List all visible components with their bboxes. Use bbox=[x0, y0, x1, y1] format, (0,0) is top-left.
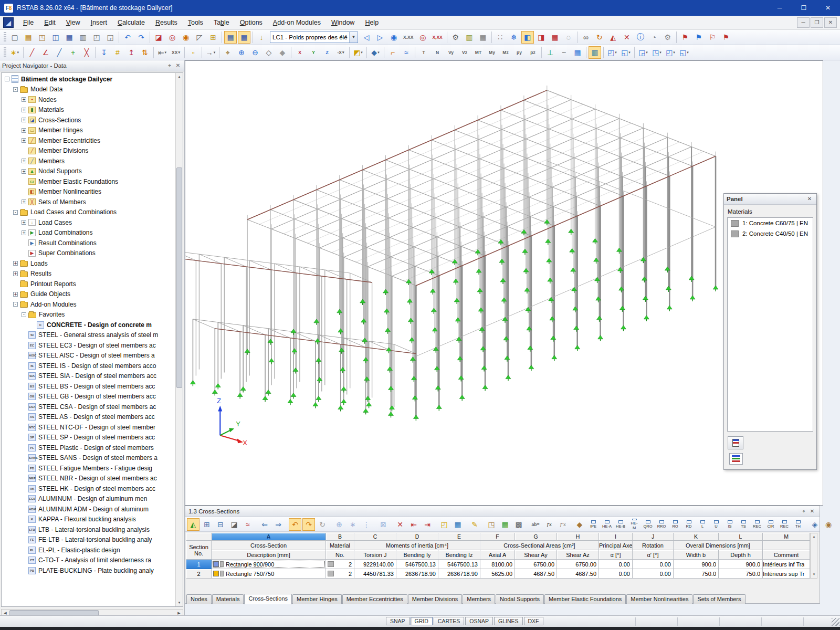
tree-item-crosssections[interactable]: +◪Cross-Sections bbox=[2, 115, 175, 125]
table-edit-line-button[interactable]: ◪ bbox=[228, 518, 240, 531]
tree-item-member[interactable]: +▭Member Hinges bbox=[2, 125, 175, 136]
show-results-button[interactable]: ◎ bbox=[416, 31, 429, 44]
value-cell[interactable]: 0.00 bbox=[599, 569, 633, 579]
close-icon[interactable]: ✕ bbox=[805, 195, 814, 203]
column-letter-K[interactable]: K bbox=[674, 533, 719, 541]
tree-item-steel[interactable]: HKSTEEL HK - Design of steel members acc bbox=[2, 484, 175, 494]
table-section-cir-button[interactable]: CIR bbox=[764, 518, 777, 531]
next-load-case-button[interactable]: ▷ bbox=[374, 31, 386, 44]
calc-all-button[interactable]: ▦ bbox=[477, 31, 489, 44]
zoom-region-button[interactable]: ◎ bbox=[166, 31, 178, 44]
tree-item-ctot[interactable]: CTC-TO-T - Analysis of limit slenderness… bbox=[2, 555, 175, 566]
dimension-button[interactable]: ⇤▾ bbox=[156, 46, 169, 59]
table-tab-sets-of-members[interactable]: Sets of Members bbox=[693, 594, 745, 604]
tree-item-btiment[interactable]: -Bâtiment de stockage Dailycer bbox=[2, 74, 175, 85]
table-statistics-button[interactable]: ≈ bbox=[242, 518, 254, 531]
material-cell[interactable]: 2 bbox=[326, 560, 354, 569]
column-letter-F[interactable]: F bbox=[480, 533, 515, 541]
tree-item-steel[interactable]: StSTEEL - General stress analysis of ste… bbox=[2, 330, 175, 341]
load-case-dropdown[interactable]: LC1 - Poids propres des élé▼ bbox=[270, 32, 358, 43]
axes-label-button[interactable]: T bbox=[417, 46, 430, 59]
table-tab-materials[interactable]: Materials bbox=[212, 594, 244, 604]
table-section-ipe-button[interactable]: IPE bbox=[587, 518, 600, 531]
comment-cell[interactable]: Intérieurs inf Tra bbox=[763, 560, 810, 569]
show-load-values-button[interactable]: X.XX bbox=[401, 31, 415, 44]
tree-item-aluminum[interactable]: ADMALUMINUM ADM - Design of aluminum bbox=[2, 504, 175, 514]
tree-item-printout[interactable]: Printout Reports bbox=[2, 279, 175, 289]
material-legend-item[interactable]: 1: Concrete C60/75 | EN bbox=[728, 218, 813, 228]
table-apply-ok-button[interactable]: ◭ bbox=[187, 518, 200, 531]
tree-item-super[interactable]: ▶Super Combinations bbox=[2, 248, 175, 259]
select-special-button[interactable]: ⌖ bbox=[222, 46, 234, 59]
table-section-rec-2-button[interactable]: REC bbox=[778, 518, 791, 531]
tree-item-member[interactable]: ◧Member Nonlinearities bbox=[2, 187, 175, 197]
status-toggle-cartes[interactable]: CARTES bbox=[434, 617, 464, 625]
tree-item-model[interactable]: -Model Data bbox=[2, 85, 175, 95]
generate-loads-4-button[interactable]: ⚑ bbox=[720, 31, 732, 44]
generate-loads-3-button[interactable]: ⚐ bbox=[706, 31, 719, 44]
column-letter-L[interactable]: L bbox=[719, 533, 763, 541]
tree-item-loads[interactable]: +Loads bbox=[2, 258, 175, 269]
tree-item-aluminum[interactable]: EC9ALUMINUM - Design of aluminum men bbox=[2, 494, 175, 505]
table-section-ts-button[interactable]: TS bbox=[737, 518, 750, 531]
table-section-library-button[interactable]: ◆ bbox=[573, 518, 586, 531]
undo-button[interactable]: ↶ bbox=[121, 31, 134, 44]
zoom-full-button[interactable]: ◉ bbox=[180, 31, 192, 44]
view-minus-x-button[interactable]: -X▾ bbox=[334, 46, 347, 59]
tree-item-load[interactable]: +↓Load Cases bbox=[2, 217, 175, 228]
table-function-fx-prime-button[interactable]: ƒ'x bbox=[556, 518, 569, 531]
status-toggle-grid[interactable]: GRID bbox=[411, 617, 433, 625]
tree-item-steel[interactable]: FDSTEEL Fatigue Members - Fatigue desig bbox=[2, 463, 175, 474]
view-z-button[interactable]: Z bbox=[321, 46, 333, 59]
description-cell[interactable]: Rectangle 750/750 bbox=[212, 569, 326, 579]
tree-item-ltb[interactable]: LTBLTB - Lateral-torsional buckling anal… bbox=[2, 524, 175, 535]
menu-tools[interactable]: Tools bbox=[183, 16, 208, 30]
expand-toggle[interactable]: + bbox=[22, 108, 26, 112]
tree-item-steel[interactable]: ECSTEEL EC3 - Design of steel members ac bbox=[2, 340, 175, 351]
render-mode-button[interactable]: ◪ bbox=[152, 31, 165, 44]
tree-item-results[interactable]: +Results bbox=[2, 269, 175, 279]
isometric-view-button[interactable]: ◇ bbox=[262, 46, 275, 59]
divide-member-button[interactable]: ╱ bbox=[53, 46, 66, 59]
program-options-button[interactable]: ⚙ bbox=[662, 31, 674, 44]
tree-item-nodal[interactable]: +▲Nodal Supports bbox=[2, 166, 175, 177]
expand-toggle[interactable]: + bbox=[22, 200, 26, 204]
new-model-button[interactable]: ▢ bbox=[8, 31, 21, 44]
new-member-angle-button[interactable]: ∠ bbox=[39, 46, 52, 59]
mdi-minimize-button[interactable]: ─ bbox=[797, 17, 810, 28]
value-cell[interactable]: 9229140.00 bbox=[354, 560, 396, 569]
display-lc-2-button[interactable]: ◱▾ bbox=[620, 46, 632, 59]
value-cell[interactable]: 0.00 bbox=[599, 560, 633, 569]
comment-cell[interactable]: Intérieurs sup Tr bbox=[763, 569, 810, 579]
insert-node-button[interactable]: ↧ bbox=[98, 46, 110, 59]
column-letter-B[interactable]: B bbox=[326, 533, 354, 541]
save-button[interactable]: ▦ bbox=[63, 31, 76, 44]
table-insert-row-red-button[interactable]: ⇥ bbox=[421, 518, 434, 531]
table-tab-nodal-supports[interactable]: Nodal Supports bbox=[496, 594, 544, 604]
moment-mz-button[interactable]: Mz bbox=[499, 46, 512, 59]
scrollbar-thumb[interactable] bbox=[176, 167, 182, 388]
maximize-button[interactable]: ☐ bbox=[792, 0, 816, 16]
print-preview-button[interactable]: ▥ bbox=[77, 31, 89, 44]
open-model-button[interactable]: ◳ bbox=[36, 31, 48, 44]
force-vz-button[interactable]: Vz bbox=[458, 46, 471, 59]
table-function-fx-button[interactable]: ƒx bbox=[543, 518, 555, 531]
guide-lines-button[interactable]: ⌐ bbox=[386, 46, 399, 59]
table-find-replace-button[interactable]: ab= bbox=[529, 518, 542, 531]
table-section-he-a-button[interactable]: HE-A bbox=[601, 518, 613, 531]
expand-toggle[interactable]: + bbox=[13, 271, 18, 276]
show-tables-button[interactable]: ▤ bbox=[224, 31, 237, 44]
expand-toggle[interactable]: + bbox=[22, 118, 26, 122]
tree-item-kappa[interactable]: KKAPPA - Flexural buckling analysis bbox=[2, 514, 175, 525]
table-new-table-button[interactable]: ◰ bbox=[438, 518, 450, 531]
value-cell[interactable]: 4687.50 bbox=[557, 569, 599, 579]
table-insert-row-button[interactable]: ⊞ bbox=[201, 518, 213, 531]
object-info-button[interactable]: ⓘ bbox=[634, 31, 647, 44]
value-cell[interactable]: 0.00 bbox=[633, 569, 674, 579]
table-tab-member-hinges[interactable]: Member Hinges bbox=[292, 594, 342, 604]
table-section-th-button[interactable]: TH bbox=[792, 518, 804, 531]
snap-button[interactable]: ❄ bbox=[508, 31, 520, 44]
table-redo-table-button[interactable]: ↷ bbox=[302, 518, 315, 531]
menu-add-on-modules[interactable]: Add-on Modules bbox=[268, 16, 326, 30]
renumber-button[interactable]: →▾ bbox=[204, 46, 217, 59]
